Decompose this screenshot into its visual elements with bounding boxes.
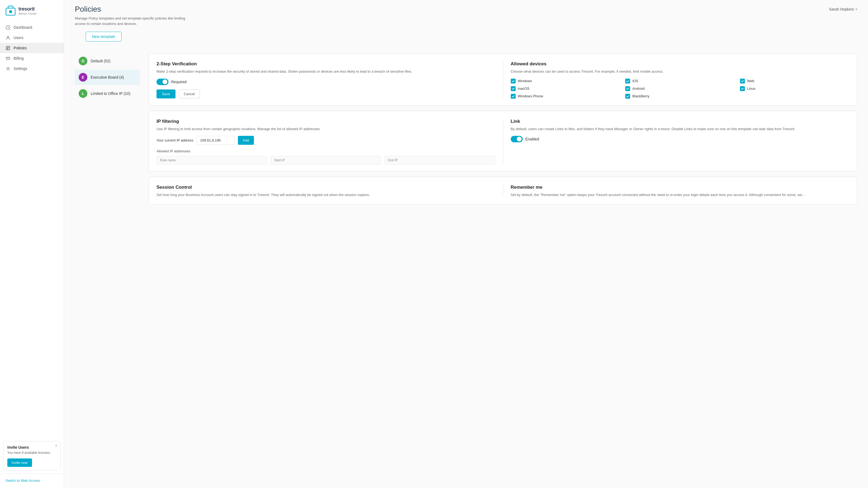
page-description: Manage Policy templates and set template…: [64, 13, 227, 32]
sections-row-session: Session Control Set how long your Busine…: [156, 185, 849, 198]
checkbox-blackberry[interactable]: [625, 94, 630, 99]
checkbox-macos[interactable]: [511, 86, 516, 91]
billing-icon: [5, 56, 10, 61]
tresorit-logo-icon: [5, 5, 16, 16]
checkbox-windows[interactable]: [511, 78, 516, 84]
device-label-android: Android: [632, 87, 645, 91]
add-ip-button[interactable]: Add: [238, 136, 254, 145]
svg-point-6: [7, 68, 8, 69]
logo-area: tresorit Admin Center: [0, 0, 64, 20]
save-button[interactable]: Save: [156, 90, 176, 98]
invite-close-icon[interactable]: ×: [55, 444, 58, 448]
policy-item-exec[interactable]: E Executive Board (4): [75, 70, 140, 85]
two-step-toggle[interactable]: [156, 78, 168, 85]
invite-title: Invite Users: [7, 445, 56, 450]
allowed-ip-title: Allowed IP addresses: [156, 149, 495, 153]
ip-table-header: Rule name Start IP End IP: [156, 156, 495, 165]
device-item-android: Android: [625, 86, 735, 91]
device-item-macos: macOS: [511, 86, 620, 91]
logo-sub: Admin Center: [19, 12, 37, 15]
current-ip-label: Your current IP address: [156, 138, 193, 142]
ip-col-start-ip: Start IP: [271, 156, 381, 165]
section-remember-me: Remember me Set by default, the "Remembe…: [511, 185, 849, 198]
section-verification-devices: 2-Step Verification Make 2-step verifica…: [149, 54, 857, 105]
topbar: Policies Sarah Hopkins ▾: [64, 0, 868, 13]
policies-icon: [5, 45, 10, 51]
sidebar-item-settings[interactable]: Settings: [0, 63, 64, 74]
two-step-title: 2-Step Verification: [156, 61, 495, 67]
invite-desc: You have 9 available licenses.: [7, 451, 56, 455]
sidebar-label-dashboard: Dashboard: [13, 25, 32, 30]
section-ip-link: IP filtering Use IP filtering to limit a…: [149, 111, 857, 172]
device-label-linux: Linux: [747, 87, 755, 91]
policy-item-default[interactable]: D Default (52): [75, 54, 140, 69]
switch-web-link[interactable]: Switch to Web Access: [5, 479, 40, 483]
section-divider-session: [503, 185, 503, 198]
link-toggle-row: Enabled: [511, 136, 849, 142]
section-link: Link By default, users can create Links …: [511, 119, 849, 165]
main-content: Policies Sarah Hopkins ▾ Manage Policy t…: [64, 0, 868, 488]
policy-name-default: Default (52): [91, 59, 111, 63]
ip-current-row: Your current IP address Add: [156, 136, 495, 145]
sidebar-bottom: Switch to Web Access: [0, 474, 64, 488]
toggle-thumb: [162, 79, 167, 84]
sidebar-item-users[interactable]: Users: [0, 33, 64, 43]
sections-row-top: 2-Step Verification Make 2-step verifica…: [156, 61, 849, 99]
remember-desc: Set by default, the "Remember me" option…: [511, 192, 849, 198]
nav-items: Dashboard Users Policies Billing: [0, 20, 64, 441]
sidebar-label-settings: Settings: [13, 66, 27, 71]
device-label-ios: iOS: [632, 79, 638, 83]
policy-list: D Default (52) E Executive Board (4) L L…: [75, 54, 140, 210]
checkbox-linux[interactable]: [740, 86, 745, 91]
sidebar-item-dashboard[interactable]: Dashboard: [0, 22, 64, 33]
device-label-blackberry: BlackBerry: [632, 94, 649, 98]
section-session-remember: Session Control Set how long your Busine…: [149, 177, 857, 204]
logo-text: tresorit Admin Center: [19, 6, 37, 15]
link-toggle-track: [511, 136, 523, 142]
policy-badge-limited: L: [79, 89, 87, 98]
ip-filtering-desc: Use IP filtering to limit access from ce…: [156, 126, 495, 132]
session-title: Session Control: [156, 185, 495, 190]
svg-point-3: [7, 36, 9, 38]
content-area: D Default (52) E Executive Board (4) L L…: [64, 54, 868, 210]
checkbox-web[interactable]: [740, 78, 745, 84]
allowed-devices-title: Allowed devices: [511, 61, 849, 67]
link-desc: By default, users can create Links to fi…: [511, 126, 849, 132]
sidebar-item-policies[interactable]: Policies: [0, 43, 64, 53]
section-divider: [503, 61, 503, 99]
device-label-web: Web: [747, 79, 754, 83]
section-ip-filtering: IP filtering Use IP filtering to limit a…: [156, 119, 495, 165]
device-item-windows-phone: Windows Phone: [511, 94, 620, 99]
checkbox-android[interactable]: [625, 86, 630, 91]
user-area[interactable]: Sarah Hopkins ▾: [829, 7, 857, 11]
checkbox-ios[interactable]: [625, 78, 630, 84]
policy-badge-default: D: [79, 57, 87, 65]
sections-row-ip: IP filtering Use IP filtering to limit a…: [156, 119, 849, 165]
policy-badge-exec: E: [79, 73, 87, 82]
sidebar-label-billing: Billing: [13, 56, 24, 61]
policy-name-exec: Executive Board (4): [91, 75, 124, 79]
sidebar-label-users: Users: [13, 35, 24, 40]
link-title: Link: [511, 119, 849, 124]
link-toggle-label: Enabled: [525, 137, 539, 141]
device-item-web: Web: [740, 78, 849, 84]
section-session-control: Session Control Set how long your Busine…: [156, 185, 495, 198]
devices-grid: Windows iOS: [511, 78, 849, 99]
sidebar-item-billing[interactable]: Billing: [0, 53, 64, 63]
device-label-windows: Windows: [518, 79, 532, 83]
sidebar-label-policies: Policies: [13, 46, 27, 50]
section-divider-ip: [503, 119, 503, 165]
policy-name-limited: Limited to Office IP (10): [91, 91, 130, 96]
invite-banner: × Invite Users You have 9 available lice…: [3, 441, 61, 470]
checkbox-windows-phone[interactable]: [511, 94, 516, 99]
two-step-toggle-label: Required: [171, 80, 187, 84]
cancel-button[interactable]: Cancel: [179, 90, 200, 98]
policy-item-limited[interactable]: L Limited to Office IP (10): [75, 86, 140, 101]
section-allowed-devices: Allowed devices Choose what devices can …: [511, 61, 849, 99]
link-toggle[interactable]: [511, 136, 523, 142]
device-item-windows: Windows: [511, 78, 620, 84]
new-template-button[interactable]: New template: [86, 32, 122, 41]
invite-now-button[interactable]: Invite now: [7, 458, 32, 467]
current-ip-input[interactable]: [197, 136, 235, 145]
toggle-track: [156, 78, 168, 85]
